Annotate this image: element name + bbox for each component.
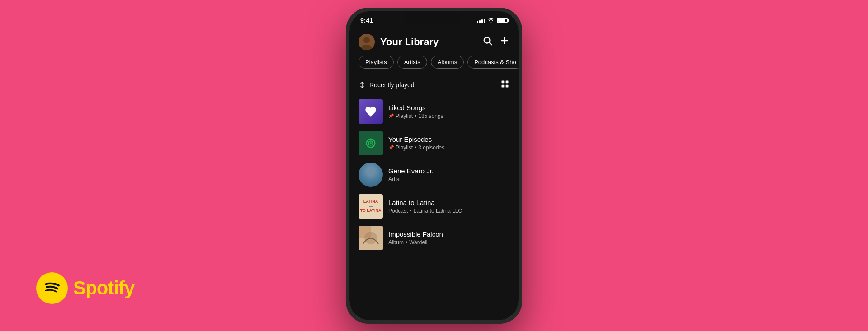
liked-songs-artwork	[359, 99, 383, 124]
library-header: Your Library	[349, 27, 519, 56]
svg-rect-9	[502, 80, 505, 83]
page-title: Your Library	[380, 36, 439, 48]
svg-point-0	[41, 277, 63, 299]
phone-screen: 9:41	[349, 11, 519, 320]
battery-icon	[497, 18, 508, 23]
svg-rect-11	[502, 84, 505, 87]
impossible-falcon-info: Impossible Falcon Album • Wardell	[388, 230, 509, 246]
gene-evaro-meta: Artist	[388, 176, 509, 182]
your-episodes-name: Your Episodes	[388, 135, 509, 143]
impossible-falcon-detail: Wardell	[409, 239, 427, 246]
your-episodes-info: Your Episodes 📌 Playlist • 3 episodes	[388, 135, 509, 151]
grid-view-icon[interactable]	[500, 79, 509, 90]
latina-artwork: LATINA — TO LATINA	[359, 194, 383, 219]
latina-type: Podcast	[388, 208, 408, 214]
liked-songs-meta: 📌 Playlist • 185 songs	[388, 113, 509, 119]
list-item[interactable]: LATINA — TO LATINA Latina to Latina Podc…	[359, 191, 509, 222]
header-actions	[482, 36, 509, 48]
sort-arrows-icon	[359, 81, 366, 89]
pin-icon: 📌	[388, 145, 394, 150]
latina-info: Latina to Latina Podcast • Latina to Lat…	[388, 199, 509, 214]
impossible-falcon-name: Impossible Falcon	[388, 230, 509, 238]
tab-podcasts[interactable]: Podcasts & Sho	[467, 56, 519, 69]
spotify-wordmark: Spotify	[73, 277, 134, 299]
sort-row: Recently played	[349, 76, 519, 96]
tab-albums[interactable]: Albums	[431, 56, 464, 69]
latina-meta: Podcast • Latina to Latina LLC	[388, 208, 509, 214]
svg-rect-12	[506, 84, 509, 87]
gene-evaro-info: Gene Evaro Jr. Artist	[388, 167, 509, 182]
impossible-falcon-meta: Album • Wardell	[388, 239, 509, 246]
sort-label[interactable]: Recently played	[359, 81, 415, 89]
gene-evaro-type: Artist	[388, 176, 401, 182]
status-icons	[477, 18, 508, 23]
filter-tabs: Playlists Artists Albums Podcasts & Sho	[349, 56, 519, 76]
status-time: 9:41	[360, 17, 373, 24]
your-episodes-detail: 3 episodes	[418, 145, 444, 151]
app-content: Your Library	[349, 27, 519, 320]
your-episodes-meta: 📌 Playlist • 3 episodes	[388, 145, 509, 151]
list-item[interactable]: Impossible Falcon Album • Wardell	[359, 222, 509, 254]
header-left: Your Library	[359, 34, 439, 50]
list-item[interactable]: Gene Evaro Jr. Artist	[359, 159, 509, 191]
list-item[interactable]: Your Episodes 📌 Playlist • 3 episodes	[359, 127, 509, 159]
impossible-falcon-type: Album	[388, 239, 404, 246]
search-icon[interactable]	[482, 36, 492, 48]
wifi-icon	[487, 18, 495, 23]
latina-name: Latina to Latina	[388, 199, 509, 206]
list-item[interactable]: Liked Songs 📌 Playlist • 185 songs	[359, 96, 509, 127]
impossible-falcon-artwork	[359, 226, 383, 250]
latina-detail: Latina to Latina LLC	[414, 208, 462, 214]
avatar[interactable]	[359, 34, 375, 50]
liked-songs-name: Liked Songs	[388, 104, 509, 112]
gene-evaro-name: Gene Evaro Jr.	[388, 167, 509, 175]
svg-point-2	[363, 37, 370, 43]
your-episodes-type: Playlist	[396, 145, 413, 151]
tab-artists[interactable]: Artists	[397, 56, 427, 69]
spotify-circle-icon	[36, 272, 68, 304]
add-icon[interactable]	[500, 36, 509, 48]
your-episodes-artwork	[359, 131, 383, 155]
phone-frame: 9:41	[346, 8, 522, 324]
sort-text: Recently played	[369, 81, 415, 89]
signal-bars-icon	[477, 18, 485, 23]
svg-rect-10	[506, 80, 509, 83]
pin-icon: 📌	[388, 113, 394, 118]
spotify-logo: Spotify	[36, 272, 134, 304]
liked-songs-info: Liked Songs 📌 Playlist • 185 songs	[388, 104, 509, 119]
liked-songs-detail: 185 songs	[418, 113, 443, 119]
gene-evaro-artwork	[359, 163, 383, 187]
library-list: Liked Songs 📌 Playlist • 185 songs	[349, 96, 519, 320]
phone-notch	[405, 11, 463, 24]
tab-playlists[interactable]: Playlists	[359, 56, 394, 69]
svg-line-5	[489, 42, 491, 45]
liked-songs-type: Playlist	[396, 113, 413, 119]
